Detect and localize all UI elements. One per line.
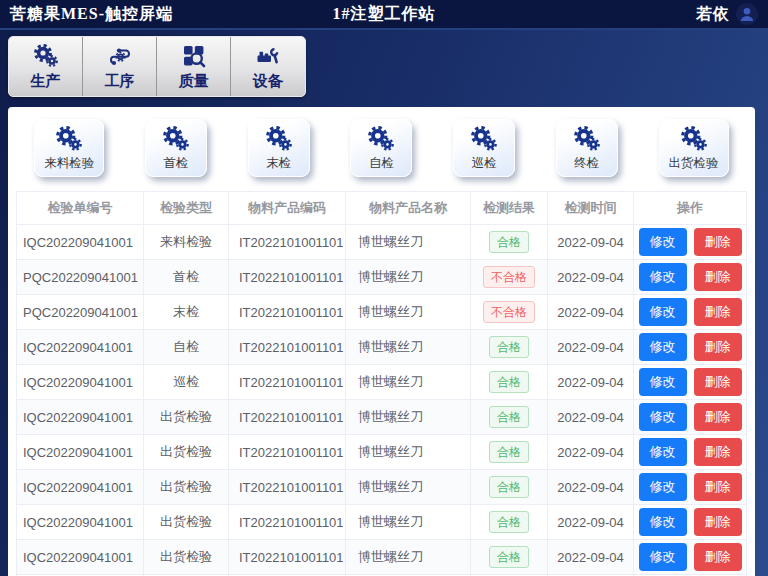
tab-label: 出货检验 xyxy=(669,155,719,172)
toolbar-item-process[interactable]: 工序 xyxy=(83,37,157,96)
tab-incoming[interactable]: 来料检验 xyxy=(34,119,104,177)
table-row: PQC202209041001首检IT2022101001101博世螺丝刀不合格… xyxy=(17,260,747,295)
delete-button[interactable]: 删除 xyxy=(694,298,742,326)
table-row: PQC202209041001末检IT2022101001101博世螺丝刀不合格… xyxy=(17,295,747,330)
user-menu[interactable]: 若依 xyxy=(696,3,758,25)
material-code-cell: IT2022101001101 xyxy=(229,225,346,260)
material-name-cell: 博世螺丝刀 xyxy=(346,225,471,260)
inspection-no-cell: IQC202209041001 xyxy=(17,225,144,260)
inspection-no-cell: IQC202209041001 xyxy=(17,400,144,435)
inspection-time-cell: 2022-09-04 xyxy=(548,365,634,400)
delete-button[interactable]: 删除 xyxy=(694,473,742,501)
table-body: IQC202209041001来料检验IT2022101001101博世螺丝刀合… xyxy=(17,225,747,576)
material-name-cell: 博世螺丝刀 xyxy=(346,330,471,365)
toolbar-item-production[interactable]: 生产 xyxy=(9,37,83,96)
result-badge: 合格 xyxy=(489,371,529,393)
result-cell: 合格 xyxy=(471,470,548,505)
inspection-time-cell: 2022-09-04 xyxy=(548,295,634,330)
actions-group: 修改删除 xyxy=(634,508,746,536)
edit-button[interactable]: 修改 xyxy=(639,263,687,291)
result-cell: 合格 xyxy=(471,505,548,540)
actions-cell: 修改删除 xyxy=(634,435,747,470)
inspection-type-cell: 首检 xyxy=(144,260,229,295)
result-badge: 合格 xyxy=(489,511,529,533)
inspection-time-cell: 2022-09-04 xyxy=(548,260,634,295)
delete-button[interactable]: 删除 xyxy=(694,543,742,571)
actions-cell: 修改删除 xyxy=(634,540,747,575)
gears-icon xyxy=(679,125,709,153)
material-code-cell: IT2022101001101 xyxy=(229,540,346,575)
actions-cell: 修改删除 xyxy=(634,225,747,260)
edit-button[interactable]: 修改 xyxy=(639,543,687,571)
inspection-tabs: 来料检验首检末检自检巡检终检出货检验 xyxy=(8,107,755,181)
inspection-time-cell: 2022-09-04 xyxy=(548,540,634,575)
delete-button[interactable]: 删除 xyxy=(694,403,742,431)
tab-patrol[interactable]: 巡检 xyxy=(453,119,515,177)
inspection-time-cell: 2022-09-04 xyxy=(548,435,634,470)
gears-icon xyxy=(366,125,396,153)
material-code-cell: IT2022101001101 xyxy=(229,505,346,540)
app-title: 苦糖果MES-触控屏端 xyxy=(10,4,173,25)
actions-cell: 修改删除 xyxy=(634,330,747,365)
edit-button[interactable]: 修改 xyxy=(639,508,687,536)
edit-button[interactable]: 修改 xyxy=(639,298,687,326)
delete-button[interactable]: 删除 xyxy=(694,438,742,466)
gears-icon xyxy=(469,125,499,153)
table-row: IQC202209041001出货检验IT2022101001101博世螺丝刀合… xyxy=(17,540,747,575)
material-name-cell: 博世螺丝刀 xyxy=(346,400,471,435)
inspection-no-cell: IQC202209041001 xyxy=(17,505,144,540)
content-panel: 来料检验首检末检自检巡检终检出货检验 检验单编号检验类型物料产品编码物料产品名称… xyxy=(8,107,755,576)
edit-button[interactable]: 修改 xyxy=(639,403,687,431)
inspection-no-cell: IQC202209041001 xyxy=(17,435,144,470)
result-badge: 不合格 xyxy=(483,301,535,323)
material-code-cell: IT2022101001101 xyxy=(229,470,346,505)
inspection-type-cell: 自检 xyxy=(144,330,229,365)
result-badge: 合格 xyxy=(489,476,529,498)
inspection-time-cell: 2022-09-04 xyxy=(548,225,634,260)
edit-button[interactable]: 修改 xyxy=(639,228,687,256)
column-header: 检测时间 xyxy=(548,192,634,225)
tab-first[interactable]: 首检 xyxy=(145,119,207,177)
tab-final[interactable]: 终检 xyxy=(556,119,618,177)
delete-button[interactable]: 删除 xyxy=(694,368,742,396)
inspection-type-cell: 末检 xyxy=(144,295,229,330)
delete-button[interactable]: 删除 xyxy=(694,508,742,536)
edit-button[interactable]: 修改 xyxy=(639,368,687,396)
material-name-cell: 博世螺丝刀 xyxy=(346,435,471,470)
tab-last[interactable]: 末检 xyxy=(248,119,310,177)
gears-icon xyxy=(264,125,294,153)
inspection-no-cell: IQC202209041001 xyxy=(17,365,144,400)
top-bar: 苦糖果MES-触控屏端 1#注塑工作站 若依 xyxy=(0,0,768,30)
tab-shipment[interactable]: 出货检验 xyxy=(659,119,729,177)
gears-icon xyxy=(161,125,191,153)
user-avatar-icon[interactable] xyxy=(736,3,758,25)
result-badge: 合格 xyxy=(489,441,529,463)
delete-button[interactable]: 删除 xyxy=(694,263,742,291)
table-row: IQC202209041001出货检验IT2022101001101博世螺丝刀合… xyxy=(17,400,747,435)
gears-icon xyxy=(572,125,602,153)
table-row: IQC202209041001来料检验IT2022101001101博世螺丝刀合… xyxy=(17,225,747,260)
toolbar-item-quality[interactable]: 质量 xyxy=(157,37,231,96)
toolbar-item-equipment[interactable]: 设备 xyxy=(231,37,305,96)
edit-button[interactable]: 修改 xyxy=(639,333,687,361)
material-code-cell: IT2022101001101 xyxy=(229,365,346,400)
inspection-time-cell: 2022-09-04 xyxy=(548,505,634,540)
result-cell: 合格 xyxy=(471,400,548,435)
inspection-type-cell: 出货检验 xyxy=(144,540,229,575)
edit-button[interactable]: 修改 xyxy=(639,438,687,466)
workstation-title: 1#注塑工作站 xyxy=(333,4,436,25)
inspection-no-cell: IQC202209041001 xyxy=(17,540,144,575)
material-name-cell: 博世螺丝刀 xyxy=(346,295,471,330)
material-name-cell: 博世螺丝刀 xyxy=(346,365,471,400)
result-cell: 不合格 xyxy=(471,260,548,295)
material-code-cell: IT2022101001101 xyxy=(229,400,346,435)
inspection-type-cell: 出货检验 xyxy=(144,400,229,435)
delete-button[interactable]: 删除 xyxy=(694,228,742,256)
material-code-cell: IT2022101001101 xyxy=(229,330,346,365)
edit-button[interactable]: 修改 xyxy=(639,473,687,501)
delete-button[interactable]: 删除 xyxy=(694,333,742,361)
tab-label: 终检 xyxy=(574,155,599,172)
tab-self[interactable]: 自检 xyxy=(350,119,412,177)
column-header: 检验单编号 xyxy=(17,192,144,225)
material-code-cell: IT2022101001101 xyxy=(229,435,346,470)
